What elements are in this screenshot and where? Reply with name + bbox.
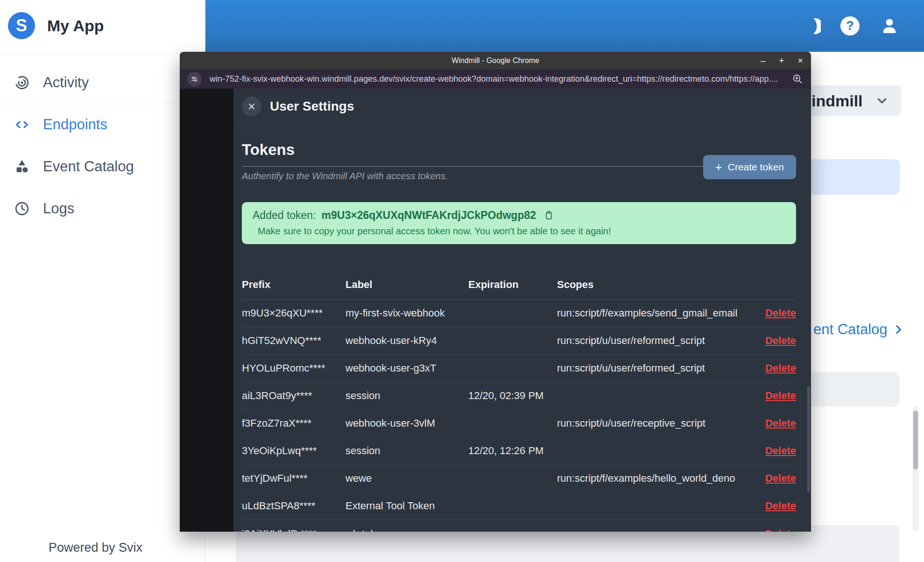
token-label: wewe (346, 472, 468, 485)
col-header-scopes: Scopes (557, 279, 760, 291)
event-catalog-icon (14, 159, 30, 175)
account-icon[interactable] (879, 16, 900, 36)
page-scrollbar-thumb[interactable] (913, 411, 918, 470)
window-title: Windmill - Google Chrome (451, 56, 539, 65)
drawer-scrollbar-thumb[interactable] (807, 386, 810, 492)
token-prefix: aiL3ROat9y**** (242, 390, 346, 402)
copy-token-icon[interactable] (543, 210, 554, 221)
token-label: External Tool Token (346, 500, 468, 512)
delete-token-button[interactable]: Delete (765, 390, 796, 401)
divider (0, 54, 205, 54)
sidebar-item-endpoints[interactable]: Endpoints (0, 104, 205, 146)
table-header-row: Prefix Label Expiration Scopes (242, 270, 796, 300)
token-label: session (346, 445, 468, 457)
table-row: hGiT52wVNQ**** webhook-user-kRy4 run:scr… (242, 327, 796, 355)
powered-by-svix: Powered by Svix (49, 541, 142, 555)
drawer-title: User Settings (270, 99, 354, 114)
delete-token-button[interactable]: Delete (765, 335, 796, 346)
token-prefix: 3YeOiKpLwq**** (242, 445, 346, 457)
activity-icon (14, 75, 30, 91)
screen: S My App Activity Endpoints Event Catalo… (0, 0, 924, 562)
event-catalog-link-label: ent Catalog (813, 321, 888, 338)
table-row: 3YeOiKpLwq**** session 12/20, 12:26 PM D… (242, 437, 796, 465)
token-scopes: run:script/f/examples/send_gmail_email (557, 307, 760, 319)
sidebar-item-event-catalog[interactable]: Event Catalog (0, 146, 205, 188)
token-label: session (346, 390, 468, 402)
window-titlebar[interactable]: Windmill - Google Chrome – + × (180, 52, 811, 69)
token-label: webhook-user-g3xT (346, 362, 468, 374)
col-header-expiration: Expiration (468, 279, 557, 291)
added-token-banner: Added token: m9U3×26qXUXqNWtFAKrdjJCkPOd… (242, 202, 796, 244)
sidebar: S My App Activity Endpoints Event Catalo… (0, 0, 205, 562)
app-brand: S My App (8, 12, 104, 39)
delete-token-button[interactable]: Delete (765, 445, 796, 457)
col-header-label: Label (346, 279, 468, 291)
sidebar-item-label: Endpoints (43, 116, 107, 133)
close-drawer-button[interactable] (242, 97, 261, 116)
logs-icon (14, 201, 30, 217)
sidebar-item-label: Logs (43, 200, 74, 217)
sidebar-item-activity[interactable]: Activity (0, 62, 205, 104)
token-prefix: m9U3×26qXU**** (242, 307, 346, 319)
table-row: i9AiXYVkdR.**** wh-tok Delete (242, 520, 796, 532)
table-row: m9U3×26qXU**** my-first-svix-webhook run… (242, 300, 796, 327)
token-label: webhook-user-3vlM (346, 417, 468, 429)
chevron-down-icon (875, 94, 889, 108)
token-expiration: 12/20, 12:26 PM (468, 445, 557, 457)
token-prefix: uLdBztSPA8**** (242, 500, 346, 512)
site-settings-icon[interactable] (187, 72, 202, 86)
delete-token-button[interactable]: Delete (765, 472, 796, 484)
banner-prefix-text: Added token: (253, 209, 316, 222)
token-value: m9U3×26qXUXqNWtFAKrdjJCkPOdwgp82 (322, 209, 536, 222)
delete-token-button[interactable]: Delete (765, 307, 796, 319)
delete-token-button[interactable]: Delete (765, 417, 796, 429)
delete-token-button[interactable]: Delete (765, 528, 796, 532)
endpoints-icon (14, 117, 30, 133)
dark-mode-moon-icon[interactable] (802, 15, 821, 37)
banner-note: Make sure to copy your personal access t… (258, 226, 785, 237)
help-icon[interactable]: ? (840, 16, 860, 35)
workspace-selector-label: indmill (811, 92, 863, 110)
delete-token-button[interactable]: Delete (765, 500, 796, 512)
drawer-header: User Settings (233, 89, 811, 124)
token-prefix: i9AiXYVkdR.**** (242, 528, 346, 532)
top-header: ? (205, 0, 924, 52)
chrome-window: Windmill - Google Chrome – + × win-752-f… (180, 52, 811, 532)
tokens-section: + Create token Tokens Authentify to the … (233, 141, 811, 532)
create-token-button[interactable]: + Create token (703, 155, 796, 179)
col-header-prefix: Prefix (242, 279, 346, 291)
sidebar-item-logs[interactable]: Logs (0, 188, 205, 230)
sidebar-item-label: Activity (43, 74, 89, 91)
user-settings-drawer: User Settings + Create token Tokens Auth… (233, 89, 811, 532)
tokens-table: Prefix Label Expiration Scopes m9U3×26qX… (242, 270, 796, 532)
token-scopes: run:script/u/user/reformed_script (557, 362, 760, 374)
plus-icon: + (715, 160, 722, 175)
zoom-icon[interactable] (791, 73, 804, 85)
token-prefix: tetYjDwFul**** (242, 472, 346, 485)
url-text[interactable]: win-752-fix-svix-webhook-win.windmill.pa… (210, 74, 787, 84)
app-name: My App (47, 17, 104, 35)
token-label: my-first-svix-webhook (346, 307, 468, 319)
browser-viewport: User Settings + Create token Tokens Auth… (180, 89, 811, 532)
token-label: wh-tok (346, 528, 468, 532)
token-scopes: run:script/u/user/reformed_script (557, 335, 760, 347)
table-row: uLdBztSPA8**** External Tool Token Delet… (242, 492, 796, 520)
token-prefix: hGiT52wVNQ**** (242, 335, 346, 347)
delete-token-button[interactable]: Delete (765, 362, 796, 374)
url-bar[interactable]: win-752-fix-svix-webhook-win.windmill.pa… (180, 69, 811, 89)
token-table-body: m9U3×26qXU**** my-first-svix-webhook run… (242, 300, 796, 532)
table-row: f3FzoZ7raX**** webhook-user-3vlM run:scr… (242, 410, 796, 437)
sidebar-item-label: Event Catalog (43, 158, 134, 175)
table-row: HYOLuPRomc**** webhook-user-g3xT run:scr… (242, 355, 796, 382)
token-label: webhook-user-kRy4 (346, 335, 468, 347)
table-row: aiL3ROat9y**** session 12/20, 02:39 PM D… (242, 382, 796, 410)
minimize-button[interactable]: – (759, 56, 767, 65)
token-prefix: HYOLuPRomc**** (242, 362, 346, 374)
token-scopes: run:script/f/examples/hello_world_deno (557, 472, 760, 485)
event-catalog-link[interactable]: ent Catalog (813, 321, 904, 338)
table-row: tetYjDwFul**** wewe run:script/f/example… (242, 465, 796, 492)
close-window-button[interactable]: × (796, 56, 804, 65)
token-prefix: f3FzoZ7raX**** (242, 417, 346, 429)
chevron-right-icon (892, 323, 904, 336)
maximize-button[interactable]: + (777, 56, 786, 65)
